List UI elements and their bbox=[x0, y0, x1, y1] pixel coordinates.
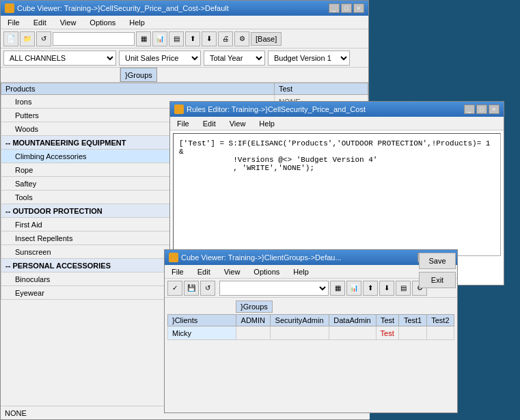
rules-window-title: Rules Editor: Training->}CellSecurity_Pr… bbox=[187, 105, 366, 113]
rules-title-group: Rules Editor: Training->}CellSecurity_Pr… bbox=[174, 104, 366, 114]
version-dropdown[interactable]: Budget Version 1 bbox=[268, 51, 350, 66]
status-text: NONE bbox=[5, 409, 27, 417]
client-menu-file[interactable]: File bbox=[167, 266, 188, 277]
rules-maximize-button[interactable]: □ bbox=[476, 104, 487, 114]
rules-menu-file[interactable]: File bbox=[173, 118, 193, 129]
maximize-button[interactable]: □ bbox=[341, 3, 352, 13]
client-menu-bar: File Edit View Options Help bbox=[165, 265, 457, 279]
grid-btn[interactable]: ▦ bbox=[136, 31, 151, 46]
dropdowns-row: ALL CHANNELS Unit Sales Price Total Year… bbox=[1, 48, 368, 68]
exit-button[interactable]: Exit bbox=[419, 272, 456, 288]
main-window-controls: _ □ × bbox=[329, 3, 364, 13]
main-toolbar: 📄 📁 ↺ ▦ 📊 ▤ ⬆ ⬇ 🖨 ⚙ [Base] bbox=[1, 29, 368, 48]
main-window-title: Cube Viewer: Training->}CellSecurity_Pri… bbox=[17, 4, 229, 12]
rules-minimize-button[interactable]: _ bbox=[464, 104, 475, 114]
client-groups-label: }Groups bbox=[236, 300, 273, 313]
period-dropdown[interactable]: Total Year bbox=[204, 51, 265, 66]
col-header-clients: }Clients bbox=[168, 315, 236, 326]
client-chart-btn[interactable]: 📊 bbox=[346, 281, 361, 296]
client-window-title: Cube Viewer: Training->}ClientGroups->De… bbox=[181, 253, 342, 262]
client-save-btn[interactable]: 💾 bbox=[184, 281, 199, 296]
col-header-test: Test bbox=[376, 315, 399, 326]
col-header-products: Products bbox=[1, 83, 275, 95]
col-header-test1: Test1 bbox=[399, 315, 426, 326]
test1-cell bbox=[399, 326, 426, 340]
client-menu-help[interactable]: Help bbox=[289, 266, 313, 277]
client-titlebar: Cube Viewer: Training->}ClientGroups->De… bbox=[165, 250, 457, 265]
client-dropdown[interactable] bbox=[219, 281, 329, 296]
minimize-button[interactable]: _ bbox=[329, 3, 340, 13]
client-grid-btn[interactable]: ▦ bbox=[330, 281, 345, 296]
client-toolbar: ✓ 💾 ↺ ▦ 📊 ⬆ ⬇ ▤ ⚙ bbox=[165, 279, 457, 298]
rules-close-button[interactable]: × bbox=[489, 104, 500, 114]
client-icon bbox=[169, 253, 178, 262]
col-header-dataadmin: DataAdmin bbox=[329, 315, 376, 326]
export-btn[interactable]: ⬆ bbox=[185, 31, 200, 46]
rules-titlebar: Rules Editor: Training->}CellSecurity_Pr… bbox=[170, 102, 504, 117]
client-import-btn[interactable]: ⬇ bbox=[379, 281, 394, 296]
filter-btn[interactable]: ▤ bbox=[169, 31, 184, 46]
main-menu-bar: File Edit View Options Help bbox=[1, 16, 368, 29]
toolbar-input[interactable] bbox=[53, 32, 135, 46]
print-btn[interactable]: 🖨 bbox=[218, 31, 233, 46]
menu-file[interactable]: File bbox=[3, 17, 24, 28]
rules-window-controls: _ □ × bbox=[464, 104, 500, 114]
measure-dropdown[interactable]: Unit Sales Price bbox=[119, 51, 201, 66]
client-menu-options[interactable]: Options bbox=[249, 266, 284, 277]
col-header-test2: Test2 bbox=[426, 315, 454, 326]
secadmin-cell bbox=[270, 326, 329, 340]
col-header-admin: ADMIN bbox=[236, 315, 271, 326]
refresh-button[interactable]: ↺ bbox=[36, 31, 51, 46]
main-title-group: Cube Viewer: Training->}CellSecurity_Pri… bbox=[5, 3, 229, 13]
rules-code-editor[interactable]: ['Test'] = S:IF(ELISANC('Products','OUTD… bbox=[173, 133, 501, 256]
table-row: Micky Test bbox=[168, 326, 454, 340]
groups-header-row: }Groups bbox=[1, 68, 368, 83]
client-export-btn[interactable]: ⬆ bbox=[363, 281, 378, 296]
menu-view[interactable]: View bbox=[56, 17, 81, 28]
test-cell: Test bbox=[376, 326, 399, 340]
open-button[interactable]: 📁 bbox=[20, 31, 35, 46]
rules-menu-view[interactable]: View bbox=[225, 118, 250, 129]
admin-cell bbox=[236, 326, 271, 340]
cube-icon bbox=[5, 3, 14, 13]
dataadmin-cell bbox=[329, 326, 376, 340]
col-header-secadmin: SecurityAdmin bbox=[270, 315, 329, 326]
client-data-table: }Clients ADMIN SecurityAdmin DataAdmin T… bbox=[167, 314, 454, 340]
client-groups-window: Cube Viewer: Training->}ClientGroups->De… bbox=[164, 249, 458, 413]
rules-menu-help[interactable]: Help bbox=[255, 118, 279, 129]
client-table-container: }Groups }Clients ADMIN SecurityAdmin Dat… bbox=[165, 298, 457, 343]
client-name-cell: Micky bbox=[168, 326, 236, 340]
client-menu-view[interactable]: View bbox=[220, 266, 245, 277]
chart-btn[interactable]: 📊 bbox=[152, 31, 167, 46]
import-btn[interactable]: ⬇ bbox=[202, 31, 217, 46]
settings-btn[interactable]: ⚙ bbox=[234, 31, 249, 46]
col-header-test: Test bbox=[274, 83, 368, 95]
groups-label: }Groups bbox=[120, 68, 157, 82]
test2-cell bbox=[426, 326, 454, 340]
close-button[interactable]: × bbox=[353, 3, 364, 13]
save-button[interactable]: Save bbox=[419, 253, 456, 269]
base-tag: [Base] bbox=[251, 32, 282, 46]
channels-dropdown[interactable]: ALL CHANNELS bbox=[3, 51, 116, 66]
rules-icon bbox=[174, 104, 184, 114]
client-filter-btn[interactable]: ▤ bbox=[396, 281, 411, 296]
client-title-group: Cube Viewer: Training->}ClientGroups->De… bbox=[169, 253, 342, 262]
client-groups-row: }Groups bbox=[167, 300, 454, 313]
side-buttons-container: Save Exit bbox=[416, 250, 457, 291]
rules-menu-bar: File Edit View Help bbox=[170, 117, 504, 130]
client-menu-edit[interactable]: Edit bbox=[193, 266, 215, 277]
client-check-btn[interactable]: ✓ bbox=[167, 281, 182, 296]
client-refresh-btn[interactable]: ↺ bbox=[200, 281, 215, 296]
main-titlebar: Cube Viewer: Training->}CellSecurity_Pri… bbox=[1, 1, 368, 16]
menu-options[interactable]: Options bbox=[85, 17, 120, 28]
rules-menu-edit[interactable]: Edit bbox=[199, 118, 220, 129]
menu-edit[interactable]: Edit bbox=[29, 17, 51, 28]
menu-help[interactable]: Help bbox=[125, 17, 149, 28]
new-button[interactable]: 📄 bbox=[3, 31, 18, 46]
